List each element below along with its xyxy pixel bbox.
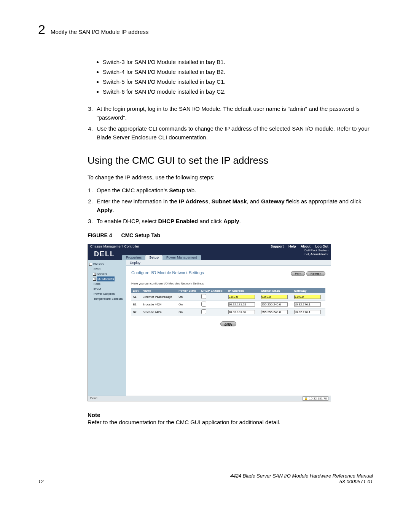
cmc-tree: −Chassis CMC +Servers +I/O Modules Fans …	[88, 260, 126, 396]
table-row: A1Ethernet PassthroughOn	[131, 293, 325, 301]
header-title: Modify the SAN I/O Module IP address	[51, 29, 148, 35]
cmc-status-bar: Done 🔒10.32.181.70	[88, 396, 331, 401]
col-name: Name	[141, 288, 177, 293]
dhcp-checkbox[interactable]	[201, 309, 206, 314]
col-slot: Slot	[131, 288, 141, 293]
note-text: Refer to the documentation for the CMC G…	[88, 419, 373, 425]
content-note: Here you can configure I/O Modules Netwo…	[131, 282, 325, 285]
col-gw: Gateway	[293, 288, 326, 293]
dhcp-checkbox[interactable]	[201, 294, 206, 299]
col-dhcp: DHCP Enabled	[200, 288, 227, 293]
note-title: Note	[88, 412, 373, 418]
ip-input[interactable]	[228, 310, 255, 314]
step: Enter the new information in the IP Addr…	[94, 197, 373, 214]
tree-fans[interactable]: Fans	[94, 282, 100, 286]
col-power: Power State	[177, 288, 200, 293]
collapse-icon[interactable]: −	[89, 263, 92, 266]
list-item: Switch-6 for SAN I/O module installed in…	[103, 87, 373, 97]
cmc-tabs: Properties Setup Power Management	[122, 255, 331, 260]
rule	[88, 410, 373, 410]
manual-title: 4424 Blade Server SAN I/O Module Hardwar…	[230, 473, 373, 479]
tree-servers[interactable]: Servers	[97, 272, 107, 276]
print-button[interactable]: Print	[291, 271, 305, 276]
tab-properties[interactable]: Properties	[122, 255, 145, 260]
chapter-number: 2	[38, 23, 45, 36]
io-modules-table: Slot Name Power State DHCP Enabled IP Ad…	[131, 288, 325, 316]
cmc-sysinfo: Dell Rack System root, Administrator	[304, 249, 328, 256]
tree-temp[interactable]: Temperature Sensors	[94, 297, 123, 300]
col-ip: IP Address	[227, 288, 260, 293]
mask-input[interactable]	[261, 310, 288, 314]
dell-logo: DELL	[90, 249, 119, 260]
col-mask: Subnet Mask	[260, 288, 292, 293]
refresh-button[interactable]: Refresh	[306, 271, 325, 276]
switch-list: Switch-3 for SAN I/O Module installed in…	[103, 57, 373, 97]
subtab-deploy[interactable]: Deploy	[126, 260, 331, 266]
list-item: Switch-3 for SAN I/O Module installed in…	[103, 57, 373, 67]
cmc-title: Chassis Management Controller	[90, 244, 139, 248]
gw-input[interactable]	[294, 302, 321, 307]
lock-icon: 🔒	[304, 397, 308, 400]
tree-chassis[interactable]: Chassis	[93, 262, 104, 266]
step: At the login prompt, log in to the SAN I…	[94, 104, 373, 122]
step: Open the CMC application's Setup tab.	[94, 186, 373, 195]
cmc-screenshot: Chassis Management Controller Support He…	[88, 244, 331, 401]
help-link[interactable]: Help	[288, 244, 296, 248]
tree-power[interactable]: Power Supplies	[94, 292, 115, 296]
about-link[interactable]: About	[301, 244, 311, 248]
cmc-content: Deploy Configure I/O Module Network Sett…	[126, 260, 331, 396]
status-left: Done	[90, 396, 97, 401]
doc-number: 53-0000571-01	[230, 479, 373, 484]
page-number: 12	[38, 479, 43, 484]
page-header: 2 Modify the SAN I/O Module IP address	[38, 23, 373, 36]
gui-steps: Open the CMC application's Setup tab. En…	[94, 186, 373, 225]
rule	[88, 427, 373, 427]
mask-input[interactable]	[261, 302, 288, 307]
list-item: Switch-4 for SAN I/O Module installed in…	[103, 67, 373, 77]
logout-link[interactable]: Log Out	[315, 244, 329, 248]
apply-button[interactable]: Apply	[220, 321, 236, 326]
ip-input[interactable]	[228, 302, 255, 307]
tab-setup[interactable]: Setup	[145, 255, 162, 260]
ip-input[interactable]	[228, 295, 255, 299]
dhcp-checkbox[interactable]	[201, 302, 206, 307]
mask-input[interactable]	[261, 295, 288, 299]
cmc-top-links: Support Help About Log Out	[267, 244, 328, 248]
tree-io-modules[interactable]: I/O Modules	[97, 276, 115, 281]
cmc-title-bar: Chassis Management Controller Support He…	[88, 244, 331, 249]
step: To enable DHCP, select DHCP Enabled and …	[94, 217, 373, 225]
gw-input[interactable]	[294, 295, 321, 299]
step: Use the appropriate CLI commands to chan…	[94, 124, 373, 142]
tab-power[interactable]: Power Management	[162, 255, 201, 260]
expand-icon[interactable]: +	[93, 278, 96, 281]
figure-label: FIGURE 4CMC Setup Tab	[88, 232, 373, 238]
expand-icon[interactable]: +	[93, 273, 96, 276]
status-right: 🔒10.32.181.70	[303, 396, 328, 401]
intro-text: To change the IP address, use the follow…	[88, 174, 373, 181]
table-row: B2Brocade 4424On	[131, 308, 325, 316]
table-row: B1Brocade 4424On	[131, 301, 325, 308]
tree-cmc[interactable]: CMC	[94, 267, 100, 271]
support-link[interactable]: Support	[271, 244, 284, 248]
page-footer: 12 4424 Blade Server SAN I/O Module Hard…	[38, 473, 373, 484]
tree-ikvm[interactable]: iKVM	[94, 287, 101, 291]
section-heading: Using the CMC GUI to set the IP address	[88, 155, 373, 166]
gw-input[interactable]	[294, 310, 321, 314]
list-item: Switch-5 for SAN I/O Module installed in…	[103, 77, 373, 87]
blank-area	[131, 326, 325, 391]
top-steps: At the login prompt, log in to the SAN I…	[94, 104, 373, 142]
